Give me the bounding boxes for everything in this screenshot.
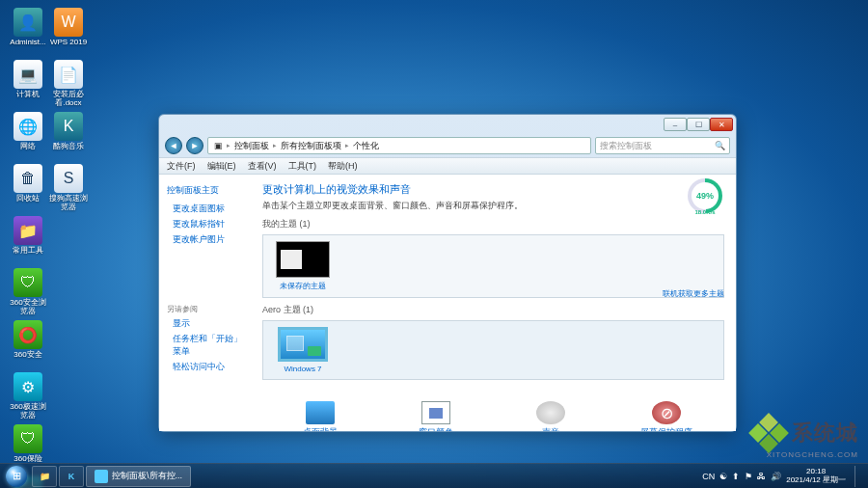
tray-icon[interactable]: ⬆: [732, 472, 740, 481]
app-icon: 📄: [54, 60, 83, 89]
app-icon: ⭕: [14, 320, 42, 349]
page-desc: 单击某个主题立即更改桌面背景、窗口颜色、声音和屏幕保护程序。: [262, 201, 724, 212]
related-link[interactable]: 显示: [173, 317, 243, 330]
folder-icon: 📁: [40, 472, 50, 481]
desktop-icon-network[interactable]: 🌐网络: [8, 112, 48, 160]
theme-thumb: [276, 241, 330, 278]
aero-themes-heading: Aero 主题 (1): [262, 304, 724, 316]
desktop-icon-360opt[interactable]: ⚙360极速浏览器: [8, 372, 48, 420]
network-icon[interactable]: 🖧: [757, 472, 766, 481]
forward-button[interactable]: ►: [186, 137, 203, 154]
related-link[interactable]: 任务栏和「开始」菜单: [173, 333, 243, 358]
desktop-icon-computer[interactable]: 💻计算机: [8, 60, 48, 108]
start-button[interactable]: [2, 464, 31, 489]
titlebar: – ☐ ✕: [159, 115, 736, 134]
volume-icon[interactable]: 🔊: [771, 472, 781, 481]
app-icon: 🛡: [14, 268, 42, 297]
theme-option[interactable]: 窗口颜色天空: [397, 401, 475, 431]
desktop-icon-360sec[interactable]: 🛡360安全浏览器: [8, 268, 48, 316]
sidebar-heading[interactable]: 控制面板主页: [167, 184, 243, 197]
sidebar-link[interactable]: 更改桌面图标: [173, 203, 243, 215]
my-themes-section: 未保存的主题: [262, 234, 724, 298]
desktop-icons-col2: WWPS 2019📄安装后必看.docxK酷狗音乐S搜狗高速浏览器: [46, 6, 89, 214]
app-icon: 🗑: [14, 164, 42, 193]
app-icon: 👤: [14, 8, 42, 37]
menu-item[interactable]: 工具(T): [288, 160, 317, 173]
sidebar-link[interactable]: 更改帐户图片: [173, 233, 243, 246]
option-icon: [306, 401, 335, 424]
my-themes-heading: 我的主题 (1): [262, 218, 724, 230]
address-bar[interactable]: ▣ ▸ 控制面板 ▸ 所有控制面板项 ▸ 个性化: [207, 137, 591, 154]
option-icon: [421, 401, 450, 424]
app-icon: W: [54, 8, 83, 37]
menu-item[interactable]: 文件(F): [167, 160, 196, 173]
search-input[interactable]: 搜索控制面板: [595, 137, 730, 154]
taskbar-active-window[interactable]: 控制面板\所有控...: [86, 466, 191, 487]
window-icon: [95, 470, 108, 483]
maximize-button[interactable]: ☐: [687, 118, 710, 131]
aero-themes-section: Windows 7: [262, 320, 724, 380]
desktop-icon-docx[interactable]: 📄安装后必看.docx: [48, 60, 89, 108]
app-icon: 🛡: [14, 424, 42, 453]
desktop-icon-recycle[interactable]: 🗑回收站: [8, 164, 48, 212]
breadcrumb-seg[interactable]: 个性化: [353, 140, 379, 152]
minimize-button[interactable]: –: [664, 118, 687, 131]
app-icon: ⚙: [14, 372, 42, 401]
app-icon: K: [54, 112, 83, 141]
pinned-explorer[interactable]: 📁: [32, 466, 57, 487]
kugou-icon: K: [68, 472, 75, 481]
online-themes-link[interactable]: 联机获取更多主题: [663, 288, 724, 299]
breadcrumb-seg[interactable]: 控制面板: [234, 140, 269, 152]
menu-item[interactable]: 帮助(H): [328, 160, 358, 173]
theme-option[interactable]: 屏幕保护程序无: [628, 401, 705, 431]
desktop-icon-wps[interactable]: WWPS 2019: [48, 8, 89, 56]
sidebar: 控制面板主页 更改桌面图标更改鼠标指针更改帐户图片 另请参阅 显示任务栏和「开始…: [159, 175, 251, 431]
main-panel: 49%18.0K/s 更改计算机上的视觉效果和声音 单击某个主题立即更改桌面背景…: [251, 175, 736, 431]
personalization-window: – ☐ ✕ ◄ ► ▣ ▸ 控制面板 ▸ 所有控制面板项 ▸ 个性化 搜索控制面…: [158, 114, 737, 432]
desktop-icon-kugou[interactable]: K酷狗音乐: [48, 112, 89, 160]
theme-unsaved[interactable]: 未保存的主题: [269, 241, 337, 291]
watermark: 系统城 XITONGCHENG.COM: [749, 414, 858, 459]
pinned-kugou[interactable]: K: [59, 466, 84, 487]
desktop-icon-360safe[interactable]: ⭕360安全: [8, 320, 48, 368]
theme-windows7[interactable]: Windows 7: [269, 327, 337, 373]
app-icon: 📁: [14, 216, 42, 245]
desktop-icon-admin[interactable]: 👤Administ...: [8, 8, 48, 56]
option-icon: [536, 401, 565, 424]
taskbar-clock[interactable]: 20:18 2021/4/12 星期一: [786, 468, 846, 485]
menu-item[interactable]: 查看(V): [248, 160, 277, 173]
theme-option[interactable]: 桌面背景Harmony: [282, 401, 359, 431]
ime-indicator[interactable]: CN: [702, 472, 715, 481]
show-desktop-button[interactable]: [854, 466, 862, 487]
desktop-icon-favorites[interactable]: 📁常用工具: [8, 216, 48, 264]
breadcrumb-seg[interactable]: 所有控制面板项: [281, 140, 341, 152]
system-tray: CN ☯ ⬆ ⚑ 🖧 🔊 20:18 2021/4/12 星期一: [702, 466, 866, 487]
close-button[interactable]: ✕: [710, 118, 733, 131]
option-icon: [652, 401, 681, 424]
network-gauge[interactable]: 49%18.0K/s: [688, 178, 722, 213]
theme-thumb: [278, 327, 328, 362]
back-button[interactable]: ◄: [165, 137, 182, 154]
theme-options-row: 桌面背景Harmony窗口颜色天空声音Windows 默认屏幕保护程序无: [262, 395, 724, 431]
watermark-logo-icon: [749, 414, 788, 452]
tray-icon[interactable]: ☯: [719, 472, 727, 481]
menu-item[interactable]: 编辑(E): [207, 160, 236, 173]
taskbar: 📁 K 控制面板\所有控... CN ☯ ⬆ ⚑ 🖧 🔊 20:18 2021/…: [0, 463, 868, 488]
app-icon: 🌐: [14, 112, 42, 141]
theme-option[interactable]: 声音Windows 默认: [512, 401, 589, 431]
nav-toolbar: ◄ ► ▣ ▸ 控制面板 ▸ 所有控制面板项 ▸ 个性化 搜索控制面板: [159, 134, 736, 157]
related-heading: 另请参阅: [167, 304, 243, 314]
app-icon: S: [54, 164, 83, 193]
desktop-icon-sogou[interactable]: S搜狗高速浏览器: [48, 164, 89, 212]
sidebar-link[interactable]: 更改鼠标指针: [173, 218, 243, 230]
app-icon: 💻: [14, 60, 42, 89]
control-panel-icon: ▣: [214, 141, 223, 150]
page-title: 更改计算机上的视觉效果和声音: [262, 182, 724, 197]
menu-bar: 文件(F)编辑(E)查看(V)工具(T)帮助(H): [159, 157, 736, 175]
action-center-icon[interactable]: ⚑: [745, 472, 752, 481]
related-link[interactable]: 轻松访问中心: [173, 361, 243, 373]
